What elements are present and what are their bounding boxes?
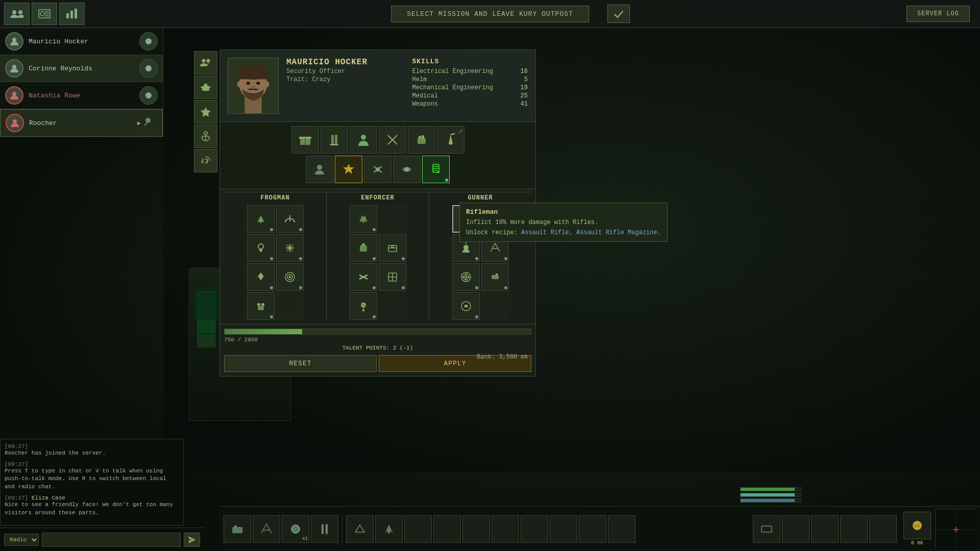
frogman-skill-7[interactable] [247, 292, 275, 320]
enforcer-skill-4[interactable] [350, 263, 377, 291]
gunner-skill-6[interactable] [452, 292, 480, 320]
inv-slot-8[interactable] [433, 515, 461, 543]
radio-select[interactable]: Radio [4, 534, 39, 546]
svg-rect-83 [463, 217, 465, 218]
progress-section: 750 / 2950 TALENT POINTS: 2 (-1) [220, 324, 535, 355]
side-nav-people[interactable] [194, 51, 217, 74]
inv-slot-4[interactable] [311, 515, 338, 543]
svg-rect-46 [419, 136, 421, 139]
skill-value-helm: 5 [512, 76, 528, 83]
inv-slot-1[interactable] [224, 515, 251, 543]
talent-crossed-weapons[interactable] [379, 126, 406, 154]
frogman-skill-1[interactable] [247, 205, 275, 233]
dot-e2 [373, 257, 376, 260]
dot-g3 [504, 257, 507, 260]
crew-action-corinne[interactable] [139, 59, 158, 78]
chat-time-2: [09:27] [5, 461, 179, 467]
svg-point-11 [12, 65, 16, 69]
crew-icon-btn[interactable] [4, 3, 30, 25]
side-nav-fingerprint[interactable] [194, 149, 217, 172]
frogman-skill-5[interactable] [247, 263, 275, 291]
eq-slot-4[interactable] [840, 515, 868, 543]
inv-count-3: x1 [302, 536, 308, 541]
crew-item-natashia[interactable]: Natashia Rowe [0, 82, 163, 109]
eq-slot-1[interactable] [753, 515, 780, 543]
gold-icon: mk [903, 512, 931, 539]
side-nav-robot[interactable] [194, 76, 217, 99]
svg-rect-95 [234, 525, 237, 528]
inv-slot-13[interactable] [579, 515, 606, 543]
talent-spec-5[interactable] [422, 156, 450, 183]
chat-text-1: Roocher has joined the server. [5, 449, 179, 457]
dot-f6 [299, 286, 302, 289]
side-nav-anchor[interactable] [194, 124, 217, 148]
talent-ammo[interactable] [321, 126, 348, 154]
talent-spec-2[interactable] [335, 156, 362, 183]
talent-spec-3[interactable] [364, 156, 391, 183]
inv-slot-12[interactable] [550, 515, 577, 543]
eq-slot-5[interactable] [869, 515, 897, 543]
crew-item-mauricio[interactable]: Mauricio Hocker [0, 28, 163, 55]
frogman-skill-2[interactable] [276, 205, 304, 233]
frogman-skill-4[interactable] [276, 234, 304, 262]
gunner-skill-5[interactable] [481, 263, 509, 291]
talent-supply[interactable] [291, 126, 319, 154]
enforcer-skill-empty2 [379, 292, 406, 320]
bank-info: Bank: 3,500 mk [219, 351, 536, 363]
inv-slot-9[interactable] [462, 515, 490, 543]
map-icon-btn[interactable] [32, 3, 57, 25]
enforcer-skill-6[interactable] [350, 292, 377, 320]
enforcer-skill-1[interactable] [350, 205, 377, 233]
talent-spec-1[interactable] [306, 156, 333, 183]
hp-bar-fill-2 [741, 493, 795, 496]
enforcer-skill-3[interactable] [379, 234, 406, 262]
inv-slot-11[interactable] [521, 515, 548, 543]
crew-item-roocher[interactable]: Roocher ▶ [0, 109, 163, 137]
svg-point-69 [261, 303, 264, 306]
stats-icon-btn[interactable] [59, 3, 85, 25]
crew-action-natashia[interactable] [139, 86, 158, 105]
chat-send-btn[interactable] [184, 533, 200, 547]
server-log-btn[interactable]: SERVER LOG [906, 6, 970, 22]
eq-slot-3[interactable] [811, 515, 839, 543]
svg-rect-99 [322, 524, 324, 534]
svg-point-73 [391, 245, 394, 247]
enforcer-skill-2[interactable] [350, 234, 377, 262]
frogman-skill-6[interactable] [276, 263, 304, 291]
svg-point-60 [258, 244, 263, 249]
svg-rect-47 [422, 135, 424, 139]
inv-slot-2[interactable] [253, 515, 280, 543]
chat-time-3: [09:27] Eliza Case [5, 495, 179, 501]
gunner-skill-2[interactable] [452, 234, 480, 262]
inv-slot-6[interactable] [375, 515, 403, 543]
skill-value-weapons: 41 [512, 101, 528, 108]
crew-arrow-roocher: ▶ [137, 119, 141, 127]
skill-name-weapons: Weapons [412, 101, 438, 108]
side-nav [194, 51, 217, 172]
enforcer-skill-5[interactable] [379, 263, 406, 291]
mission-btn[interactable]: SELECT MISSION AND LEAVE KURY OUTPOST [391, 6, 589, 22]
gunner-skill-4[interactable] [452, 263, 480, 291]
frogman-skill-3[interactable] [247, 234, 275, 262]
mission-confirm-btn[interactable] [607, 5, 630, 23]
talent-spec-4[interactable] [393, 156, 421, 183]
crew-action-mauricio[interactable] [139, 32, 158, 51]
talent-person[interactable] [350, 126, 377, 154]
talent-fist[interactable] [408, 126, 435, 154]
gunner-skill-rifleman[interactable] [452, 205, 480, 233]
dot-f7 [270, 315, 273, 318]
char-info: MAURICIO HOCKER Security Officer Trait: … [286, 58, 402, 114]
gunner-skill-3[interactable] [481, 234, 509, 262]
crew-item-corinne[interactable]: Corinne Reynolds [0, 55, 163, 82]
inv-slot-3[interactable]: x1 [282, 515, 309, 543]
eq-slot-2[interactable] [782, 515, 810, 543]
side-nav-badge[interactable] [194, 100, 217, 123]
chat-input[interactable] [42, 533, 181, 547]
inv-slot-14[interactable] [608, 515, 635, 543]
inv-slot-5[interactable] [346, 515, 374, 543]
inv-slot-10[interactable] [492, 515, 519, 543]
talent-blade[interactable]: ✓ [437, 126, 464, 154]
svg-point-14 [145, 118, 151, 123]
inv-slot-7[interactable] [404, 515, 432, 543]
gold-display: mk 0 mk [903, 512, 931, 546]
